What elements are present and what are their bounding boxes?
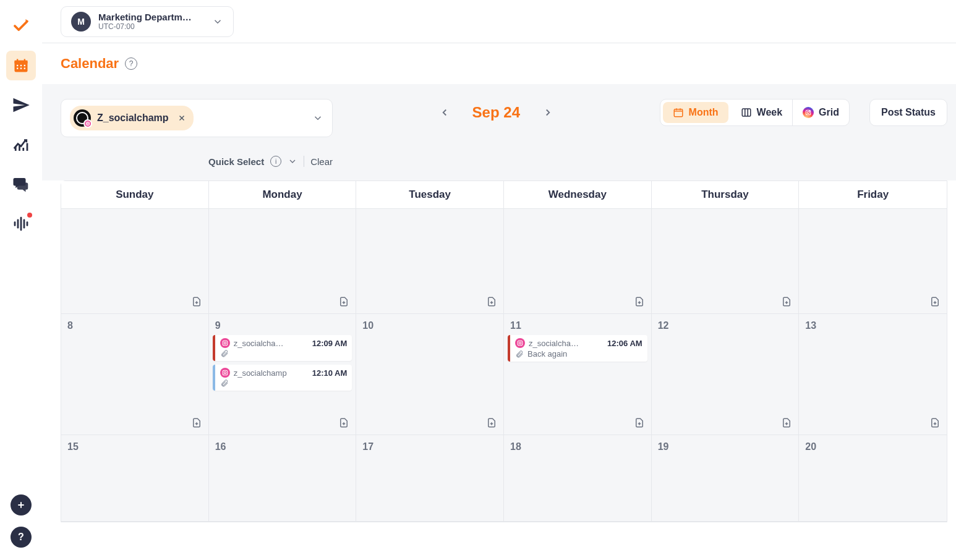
help-button[interactable]: ? bbox=[11, 527, 32, 548]
calendar-nav-icon[interactable] bbox=[6, 51, 36, 80]
audio-nav-icon[interactable] bbox=[6, 209, 36, 239]
day-number: 15 bbox=[67, 441, 79, 452]
help-icon[interactable]: ? bbox=[125, 57, 137, 70]
calendar-day-cell[interactable] bbox=[356, 209, 504, 314]
post-status-button[interactable]: Post Status bbox=[869, 99, 947, 126]
clear-button[interactable]: Clear bbox=[310, 156, 333, 167]
event-time: 12:10 AM bbox=[312, 368, 348, 378]
calendar-event[interactable]: z_socialcha…12:09 AM bbox=[213, 335, 352, 361]
calendar-day-cell[interactable]: 17 bbox=[356, 435, 504, 522]
day-number: 9 bbox=[215, 320, 221, 331]
day-number: 8 bbox=[67, 320, 73, 331]
account-chip-label: Z_socialchamp bbox=[97, 112, 169, 124]
month-navigator: Sep 24 bbox=[345, 99, 647, 126]
add-post-icon[interactable] bbox=[781, 417, 792, 428]
add-post-icon[interactable] bbox=[191, 296, 202, 307]
prev-month-button[interactable] bbox=[435, 103, 454, 122]
calendar-day-cell[interactable]: 13 bbox=[799, 314, 947, 435]
calendar-day-cell[interactable]: 15 bbox=[61, 435, 209, 522]
day-number: 13 bbox=[805, 320, 816, 331]
svg-rect-57 bbox=[518, 341, 523, 346]
calendar-day-cell[interactable]: 8 bbox=[61, 314, 209, 435]
calendar-day-cell[interactable]: 11z_socialcha…12:06 AMBack again bbox=[504, 314, 652, 435]
workspace-name: Marketing Departm… bbox=[98, 12, 205, 22]
calendar: Sunday Monday Tuesday Wednesday Thursday… bbox=[61, 180, 947, 522]
chevron-down-icon[interactable] bbox=[288, 156, 297, 166]
calendar-day-cell[interactable]: 18 bbox=[504, 435, 652, 522]
day-header: Wednesday bbox=[504, 181, 652, 209]
calendar-week-row: 89z_socialcha…12:09 AMz_socialchamp12:10… bbox=[61, 314, 947, 435]
instagram-icon bbox=[220, 338, 230, 348]
calendar-event[interactable]: z_socialcha…12:06 AMBack again bbox=[508, 335, 647, 362]
event-time: 12:09 AM bbox=[312, 339, 348, 348]
info-icon[interactable]: i bbox=[270, 156, 281, 167]
svg-rect-25 bbox=[674, 109, 683, 117]
add-post-icon[interactable] bbox=[929, 296, 941, 307]
day-header: Thursday bbox=[652, 181, 800, 209]
svg-rect-5 bbox=[20, 65, 22, 66]
event-caption: Back again bbox=[527, 349, 567, 358]
calendar-day-cell[interactable]: 9z_socialcha…12:09 AMz_socialchamp12:10 … bbox=[209, 314, 357, 435]
event-account: z_socialcha… bbox=[234, 339, 309, 348]
svg-rect-51 bbox=[223, 370, 228, 375]
calendar-day-cell[interactable] bbox=[504, 209, 652, 314]
view-month-button[interactable]: Month bbox=[663, 102, 728, 123]
account-avatar-icon bbox=[74, 109, 91, 127]
account-filter[interactable]: Z_socialchamp bbox=[61, 99, 333, 137]
chevron-down-icon[interactable] bbox=[312, 112, 323, 124]
analytics-nav-icon[interactable] bbox=[6, 130, 36, 159]
logo-icon[interactable] bbox=[6, 11, 36, 41]
day-number: 10 bbox=[362, 320, 373, 331]
calendar-day-cell[interactable]: 20 bbox=[799, 435, 947, 522]
add-post-icon[interactable] bbox=[338, 296, 349, 307]
notification-dot bbox=[27, 213, 32, 218]
svg-rect-21 bbox=[86, 122, 89, 125]
day-header: Tuesday bbox=[356, 181, 504, 209]
quick-select-label: Quick Select bbox=[208, 156, 264, 167]
svg-point-58 bbox=[519, 342, 521, 344]
send-nav-icon[interactable] bbox=[6, 90, 36, 120]
calendar-day-cell[interactable]: 12 bbox=[652, 314, 800, 435]
instagram-icon bbox=[515, 338, 525, 348]
event-account: z_socialchamp bbox=[234, 368, 309, 378]
add-post-icon[interactable] bbox=[486, 296, 497, 307]
calendar-day-cell[interactable] bbox=[209, 209, 357, 314]
month-label: Sep 24 bbox=[472, 104, 520, 121]
workspace-timezone: UTC-07:00 bbox=[98, 22, 205, 31]
svg-point-34 bbox=[809, 111, 810, 111]
chevron-down-icon bbox=[212, 16, 223, 27]
calendar-day-cell[interactable]: 16 bbox=[209, 435, 357, 522]
add-button[interactable] bbox=[11, 494, 32, 515]
calendar-day-cell[interactable] bbox=[799, 209, 947, 314]
view-week-button[interactable]: Week bbox=[731, 100, 793, 125]
calendar-day-cell[interactable]: 19 bbox=[652, 435, 800, 522]
day-header: Sunday bbox=[61, 181, 209, 209]
next-month-button[interactable] bbox=[539, 103, 557, 122]
svg-point-50 bbox=[224, 342, 226, 344]
add-post-icon[interactable] bbox=[929, 417, 941, 428]
workspace-selector[interactable]: M Marketing Departm… UTC-07:00 bbox=[61, 6, 234, 37]
calendar-day-cell[interactable] bbox=[61, 209, 209, 314]
day-number: 20 bbox=[805, 441, 816, 452]
calendar-day-cell[interactable]: 10 bbox=[356, 314, 504, 435]
remove-chip-icon[interactable] bbox=[177, 114, 186, 122]
add-post-icon[interactable] bbox=[634, 296, 645, 307]
event-account: z_socialcha… bbox=[529, 339, 604, 348]
calendar-week-row: 151617181920 bbox=[61, 435, 947, 522]
add-post-icon[interactable] bbox=[781, 296, 792, 307]
svg-rect-8 bbox=[20, 68, 22, 69]
topbar: M Marketing Departm… UTC-07:00 bbox=[42, 0, 956, 43]
calendar-day-cell[interactable] bbox=[652, 209, 800, 314]
account-chip[interactable]: Z_socialchamp bbox=[70, 106, 194, 130]
page-title: Calendar bbox=[61, 56, 119, 72]
add-post-icon[interactable] bbox=[486, 417, 497, 428]
view-grid-button[interactable]: Grid bbox=[792, 100, 849, 125]
svg-rect-1 bbox=[15, 61, 28, 64]
add-post-icon[interactable] bbox=[634, 417, 645, 428]
add-post-icon[interactable] bbox=[338, 417, 349, 428]
day-number: 16 bbox=[215, 441, 226, 452]
add-post-icon[interactable] bbox=[191, 417, 202, 428]
calendar-event[interactable]: z_socialchamp12:10 AM bbox=[213, 365, 352, 391]
day-number: 11 bbox=[510, 320, 521, 331]
chat-nav-icon[interactable] bbox=[6, 169, 36, 199]
